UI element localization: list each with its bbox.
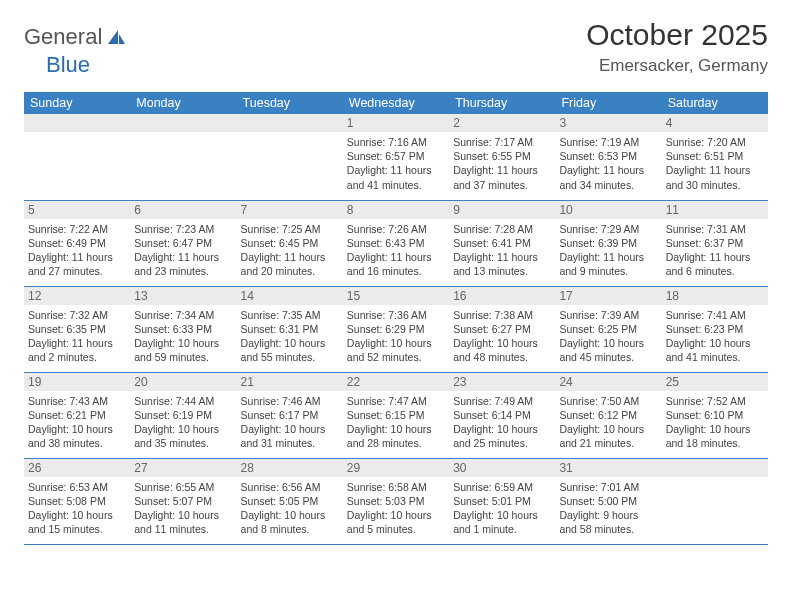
calendar-cell: 7Sunrise: 7:25 AMSunset: 6:45 PMDaylight… xyxy=(237,200,343,286)
day-details: Sunrise: 6:56 AMSunset: 5:05 PMDaylight:… xyxy=(237,477,343,543)
calendar-cell: 12Sunrise: 7:32 AMSunset: 6:35 PMDayligh… xyxy=(24,286,130,372)
day-header: Sunday xyxy=(24,92,130,114)
page-title: October 2025 xyxy=(586,18,768,52)
calendar-cell: 29Sunrise: 6:58 AMSunset: 5:03 PMDayligh… xyxy=(343,458,449,544)
day-details: Sunrise: 7:23 AMSunset: 6:47 PMDaylight:… xyxy=(130,219,236,285)
day-details: Sunrise: 7:29 AMSunset: 6:39 PMDaylight:… xyxy=(555,219,661,285)
calendar-cell: 25Sunrise: 7:52 AMSunset: 6:10 PMDayligh… xyxy=(662,372,768,458)
day-number: 9 xyxy=(449,201,555,219)
day-header: Saturday xyxy=(662,92,768,114)
day-details: Sunrise: 7:28 AMSunset: 6:41 PMDaylight:… xyxy=(449,219,555,285)
calendar-cell: 8Sunrise: 7:26 AMSunset: 6:43 PMDaylight… xyxy=(343,200,449,286)
calendar-cell: 2Sunrise: 7:17 AMSunset: 6:55 PMDaylight… xyxy=(449,114,555,200)
calendar-cell xyxy=(130,114,236,200)
day-number: 25 xyxy=(662,373,768,391)
day-details: Sunrise: 7:17 AMSunset: 6:55 PMDaylight:… xyxy=(449,132,555,198)
day-number: 30 xyxy=(449,459,555,477)
day-details: Sunrise: 7:35 AMSunset: 6:31 PMDaylight:… xyxy=(237,305,343,371)
day-number: 19 xyxy=(24,373,130,391)
day-number: 26 xyxy=(24,459,130,477)
day-details: Sunrise: 7:25 AMSunset: 6:45 PMDaylight:… xyxy=(237,219,343,285)
day-number: 24 xyxy=(555,373,661,391)
day-details: Sunrise: 7:52 AMSunset: 6:10 PMDaylight:… xyxy=(662,391,768,457)
logo: General xyxy=(24,24,128,50)
day-number: 21 xyxy=(237,373,343,391)
day-details: Sunrise: 7:26 AMSunset: 6:43 PMDaylight:… xyxy=(343,219,449,285)
day-details: Sunrise: 7:32 AMSunset: 6:35 PMDaylight:… xyxy=(24,305,130,371)
day-number: 18 xyxy=(662,287,768,305)
day-details: Sunrise: 6:55 AMSunset: 5:07 PMDaylight:… xyxy=(130,477,236,543)
day-number: 8 xyxy=(343,201,449,219)
calendar-cell: 1Sunrise: 7:16 AMSunset: 6:57 PMDaylight… xyxy=(343,114,449,200)
day-number: 15 xyxy=(343,287,449,305)
day-header: Thursday xyxy=(449,92,555,114)
day-details: Sunrise: 7:41 AMSunset: 6:23 PMDaylight:… xyxy=(662,305,768,371)
calendar-cell: 19Sunrise: 7:43 AMSunset: 6:21 PMDayligh… xyxy=(24,372,130,458)
day-number: 13 xyxy=(130,287,236,305)
calendar-cell: 27Sunrise: 6:55 AMSunset: 5:07 PMDayligh… xyxy=(130,458,236,544)
day-number: 7 xyxy=(237,201,343,219)
day-number: 4 xyxy=(662,114,768,132)
day-details: Sunrise: 7:16 AMSunset: 6:57 PMDaylight:… xyxy=(343,132,449,198)
calendar-cell: 16Sunrise: 7:38 AMSunset: 6:27 PMDayligh… xyxy=(449,286,555,372)
calendar-cell: 15Sunrise: 7:36 AMSunset: 6:29 PMDayligh… xyxy=(343,286,449,372)
day-details: Sunrise: 7:49 AMSunset: 6:14 PMDaylight:… xyxy=(449,391,555,457)
svg-marker-1 xyxy=(119,34,125,44)
logo-text-general: General xyxy=(24,24,102,50)
calendar-cell: 11Sunrise: 7:31 AMSunset: 6:37 PMDayligh… xyxy=(662,200,768,286)
calendar-cell: 5Sunrise: 7:22 AMSunset: 6:49 PMDaylight… xyxy=(24,200,130,286)
day-number: 17 xyxy=(555,287,661,305)
day-number: 29 xyxy=(343,459,449,477)
day-details: Sunrise: 6:58 AMSunset: 5:03 PMDaylight:… xyxy=(343,477,449,543)
day-number: 10 xyxy=(555,201,661,219)
calendar-cell: 20Sunrise: 7:44 AMSunset: 6:19 PMDayligh… xyxy=(130,372,236,458)
day-header: Monday xyxy=(130,92,236,114)
day-number: 6 xyxy=(130,201,236,219)
calendar-cell: 4Sunrise: 7:20 AMSunset: 6:51 PMDaylight… xyxy=(662,114,768,200)
day-details: Sunrise: 7:31 AMSunset: 6:37 PMDaylight:… xyxy=(662,219,768,285)
calendar-table: SundayMondayTuesdayWednesdayThursdayFrid… xyxy=(24,92,768,545)
calendar-cell xyxy=(237,114,343,200)
day-number: 11 xyxy=(662,201,768,219)
calendar-cell: 10Sunrise: 7:29 AMSunset: 6:39 PMDayligh… xyxy=(555,200,661,286)
day-details: Sunrise: 7:44 AMSunset: 6:19 PMDaylight:… xyxy=(130,391,236,457)
calendar-cell xyxy=(662,458,768,544)
calendar-cell: 23Sunrise: 7:49 AMSunset: 6:14 PMDayligh… xyxy=(449,372,555,458)
day-number: 14 xyxy=(237,287,343,305)
day-details: Sunrise: 6:53 AMSunset: 5:08 PMDaylight:… xyxy=(24,477,130,543)
day-details: Sunrise: 7:47 AMSunset: 6:15 PMDaylight:… xyxy=(343,391,449,457)
calendar-cell: 9Sunrise: 7:28 AMSunset: 6:41 PMDaylight… xyxy=(449,200,555,286)
calendar-cell: 3Sunrise: 7:19 AMSunset: 6:53 PMDaylight… xyxy=(555,114,661,200)
calendar-cell: 17Sunrise: 7:39 AMSunset: 6:25 PMDayligh… xyxy=(555,286,661,372)
day-details: Sunrise: 7:22 AMSunset: 6:49 PMDaylight:… xyxy=(24,219,130,285)
calendar-cell: 26Sunrise: 6:53 AMSunset: 5:08 PMDayligh… xyxy=(24,458,130,544)
logo-sail-icon xyxy=(106,28,126,46)
calendar-cell: 21Sunrise: 7:46 AMSunset: 6:17 PMDayligh… xyxy=(237,372,343,458)
day-number: 5 xyxy=(24,201,130,219)
calendar-cell: 6Sunrise: 7:23 AMSunset: 6:47 PMDaylight… xyxy=(130,200,236,286)
day-number: 22 xyxy=(343,373,449,391)
day-details: Sunrise: 7:19 AMSunset: 6:53 PMDaylight:… xyxy=(555,132,661,198)
day-details: Sunrise: 7:20 AMSunset: 6:51 PMDaylight:… xyxy=(662,132,768,198)
day-number: 23 xyxy=(449,373,555,391)
day-details: Sunrise: 7:01 AMSunset: 5:00 PMDaylight:… xyxy=(555,477,661,543)
day-number: 27 xyxy=(130,459,236,477)
calendar-cell: 14Sunrise: 7:35 AMSunset: 6:31 PMDayligh… xyxy=(237,286,343,372)
calendar-cell: 18Sunrise: 7:41 AMSunset: 6:23 PMDayligh… xyxy=(662,286,768,372)
day-details: Sunrise: 7:34 AMSunset: 6:33 PMDaylight:… xyxy=(130,305,236,371)
calendar-cell: 24Sunrise: 7:50 AMSunset: 6:12 PMDayligh… xyxy=(555,372,661,458)
day-details: Sunrise: 6:59 AMSunset: 5:01 PMDaylight:… xyxy=(449,477,555,543)
day-number: 2 xyxy=(449,114,555,132)
logo-text-blue: Blue xyxy=(46,52,90,77)
day-header: Wednesday xyxy=(343,92,449,114)
day-details: Sunrise: 7:50 AMSunset: 6:12 PMDaylight:… xyxy=(555,391,661,457)
day-details: Sunrise: 7:46 AMSunset: 6:17 PMDaylight:… xyxy=(237,391,343,457)
calendar-cell: 28Sunrise: 6:56 AMSunset: 5:05 PMDayligh… xyxy=(237,458,343,544)
day-number: 31 xyxy=(555,459,661,477)
day-details: Sunrise: 7:43 AMSunset: 6:21 PMDaylight:… xyxy=(24,391,130,457)
calendar-cell: 22Sunrise: 7:47 AMSunset: 6:15 PMDayligh… xyxy=(343,372,449,458)
calendar-cell: 13Sunrise: 7:34 AMSunset: 6:33 PMDayligh… xyxy=(130,286,236,372)
day-number: 20 xyxy=(130,373,236,391)
day-details: Sunrise: 7:38 AMSunset: 6:27 PMDaylight:… xyxy=(449,305,555,371)
day-number: 1 xyxy=(343,114,449,132)
